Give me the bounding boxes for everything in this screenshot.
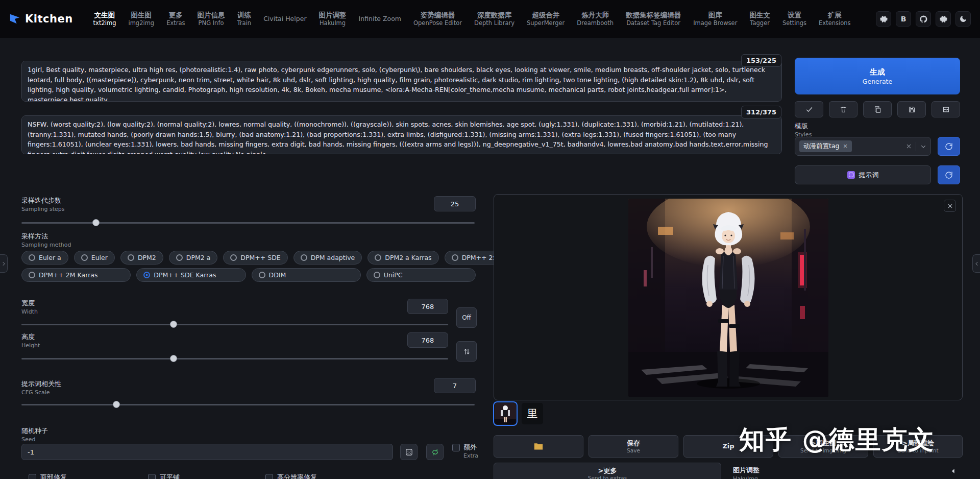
sampler-dpm2-a[interactable]: DPM2 a — [169, 251, 218, 265]
settings-gear-button[interactable] — [936, 11, 951, 27]
generated-image-art — [628, 199, 828, 397]
prompt-refresh-button[interactable] — [938, 165, 960, 184]
save-button[interactable]: 保存 Save — [589, 435, 678, 458]
cfg-scale-value[interactable]: 7 — [434, 378, 476, 393]
width-value[interactable]: 768 — [407, 299, 448, 314]
sampler-euler[interactable]: Euler — [74, 251, 115, 265]
positive-prompt-counter: 153/225 — [741, 54, 781, 67]
negative-prompt-input[interactable]: NSFW, (worst quality:2), (low quality:2)… — [21, 115, 782, 154]
tab-train[interactable]: 训练Train — [237, 11, 252, 27]
height-slider[interactable] — [21, 355, 448, 362]
tab-dataset-tag-editor[interactable]: 数据集标签编辑器Dataset Tag Editor — [626, 11, 681, 27]
sampler-dpmpp-sde[interactable]: DPM++ SDE — [223, 251, 287, 265]
prompt-styles-button[interactable]: 提示词 — [795, 165, 931, 184]
b-icon: B — [901, 15, 906, 23]
sampler-dpm-adaptive[interactable]: DPM adaptive — [293, 251, 362, 265]
dice-icon — [405, 448, 413, 456]
top-navbar: Kitchen 文生图txt2img 图生图img2img 更多Extras 图… — [0, 0, 980, 38]
tab-civitai-helper[interactable]: Civitai Helper — [263, 15, 306, 23]
style-tag-chip[interactable]: 动漫前置tag ✕ — [799, 140, 852, 152]
height-value[interactable]: 768 — [407, 332, 448, 348]
radio-icon — [452, 254, 458, 261]
apply-style-button[interactable] — [863, 101, 892, 117]
close-gallery-button[interactable] — [944, 200, 956, 212]
tab-depth-library[interactable]: 深度数据库Depth Library — [474, 11, 514, 27]
styles-dropdown[interactable]: 动漫前置tag ✕ — [795, 137, 931, 156]
dark-mode-button[interactable] — [955, 11, 971, 27]
generated-image[interactable] — [628, 199, 828, 397]
card-icon — [942, 106, 950, 113]
slider-thumb[interactable] — [92, 219, 100, 226]
open-folder-button[interactable] — [494, 435, 583, 458]
hires-fix-checkbox[interactable] — [265, 474, 273, 479]
reuse-seed-button[interactable] — [426, 444, 444, 460]
sampler-dpmpp-2m-karras[interactable]: DPM++ 2M Karras — [21, 268, 131, 282]
tab-tagger[interactable]: 图生文Tagger — [749, 11, 770, 27]
hakuimg-accordion-header[interactable]: 图片调整 HakuImg — [727, 463, 963, 479]
save-style-button[interactable] — [897, 101, 926, 117]
tab-png-info[interactable]: 图片信息PNG Info — [198, 11, 225, 27]
paste-params-button[interactable] — [795, 101, 823, 117]
clear-prompt-button[interactable] — [829, 101, 857, 117]
slider-thumb[interactable] — [170, 321, 177, 328]
extra-seed-checkbox[interactable] — [452, 444, 460, 451]
save-icon — [908, 106, 916, 113]
swap-dimensions-button[interactable] — [456, 341, 477, 362]
clear-icon[interactable] — [906, 143, 912, 149]
collapse-arrow-icon[interactable] — [950, 468, 957, 474]
zhihu-watermark: 知乎 @德里克文 — [739, 423, 935, 457]
sampler-dpmpp-sde-karras[interactable]: DPM++ SDE Karras — [136, 268, 246, 282]
main-tabs: 文生图txt2img 图生图img2img 更多Extras 图片信息PNG I… — [93, 11, 851, 27]
chip-remove-icon[interactable]: ✕ — [843, 143, 848, 149]
tab-extensions[interactable]: 扩展Extensions — [819, 11, 850, 27]
cfg-scale-slider[interactable] — [21, 401, 475, 408]
seed-input[interactable]: -1 — [21, 444, 393, 460]
bilibili-button[interactable]: B — [896, 11, 911, 27]
tab-image-browser[interactable]: 图库Image Browser — [693, 11, 737, 27]
radio-icon — [29, 272, 35, 278]
kitchen-logo-icon — [9, 13, 20, 25]
tab-extras[interactable]: 更多Extras — [166, 11, 185, 27]
seed-extra-option: 额外 Extra — [452, 444, 478, 459]
hires-fix-option: 高分辨率修复 — [265, 473, 317, 479]
sampler-unipc[interactable]: UniPC — [366, 268, 476, 282]
right-panel-handle[interactable] — [972, 254, 980, 273]
sampling-method-label: 采样方法 Sampling method — [21, 232, 71, 248]
slider-thumb[interactable] — [170, 355, 177, 362]
sampling-steps-value[interactable]: 25 — [434, 196, 476, 211]
width-slider[interactable] — [21, 321, 448, 328]
restore-faces-checkbox[interactable] — [29, 474, 36, 479]
tiling-checkbox[interactable] — [148, 474, 156, 479]
theme-gear-button[interactable] — [876, 11, 891, 27]
tab-openpose-editor[interactable]: 姿势编辑器OpenPose Editor — [413, 11, 462, 27]
slider-thumb[interactable] — [113, 401, 120, 408]
github-button[interactable] — [916, 11, 931, 27]
thumbnail-1[interactable] — [495, 403, 516, 424]
tab-settings[interactable]: 设置Settings — [782, 11, 806, 27]
tab-supermerger[interactable]: 超级合并SuperMerger — [527, 11, 565, 27]
sampler-ddim[interactable]: DDIM — [252, 268, 361, 282]
app-root: Kitchen 文生图txt2img 图生图img2img 更多Extras 图… — [0, 0, 980, 479]
positive-prompt-input[interactable]: 1girl, Best quality, masterpiece, ultra … — [21, 61, 782, 102]
tab-txt2img[interactable]: 文生图txt2img — [93, 11, 116, 27]
generate-button[interactable]: 生成 Generate — [795, 58, 960, 94]
tab-img2img[interactable]: 图生图img2img — [128, 11, 154, 27]
send-to-extras-button[interactable]: >更多 Send to extras — [494, 463, 721, 479]
aspect-off-button[interactable]: Off — [456, 307, 477, 328]
moon-icon — [959, 15, 967, 23]
extra-networks-button[interactable] — [932, 101, 960, 117]
thumbnail-2[interactable]: 里 — [522, 403, 543, 424]
styles-refresh-button[interactable] — [938, 137, 960, 156]
chevron-down-icon[interactable] — [920, 143, 926, 150]
tab-hakuimg[interactable]: 图片调整HakuImg — [319, 11, 347, 27]
sampler-dpm2[interactable]: DPM2 — [120, 251, 163, 265]
random-seed-button[interactable] — [400, 444, 418, 460]
left-panel-handle[interactable] — [0, 254, 8, 273]
sampler-euler-a[interactable]: Euler a — [21, 251, 68, 265]
sampling-steps-slider[interactable] — [21, 219, 475, 226]
tiling-option: 可平铺 — [148, 473, 180, 479]
tab-dreambooth[interactable]: 炼丹大师Dreambooth — [577, 11, 614, 27]
prompt-action-row — [795, 101, 960, 117]
sampler-dpm2-a-karras[interactable]: DPM2 a Karras — [368, 251, 438, 265]
tab-infinite-zoom[interactable]: Infinite Zoom — [359, 15, 401, 23]
